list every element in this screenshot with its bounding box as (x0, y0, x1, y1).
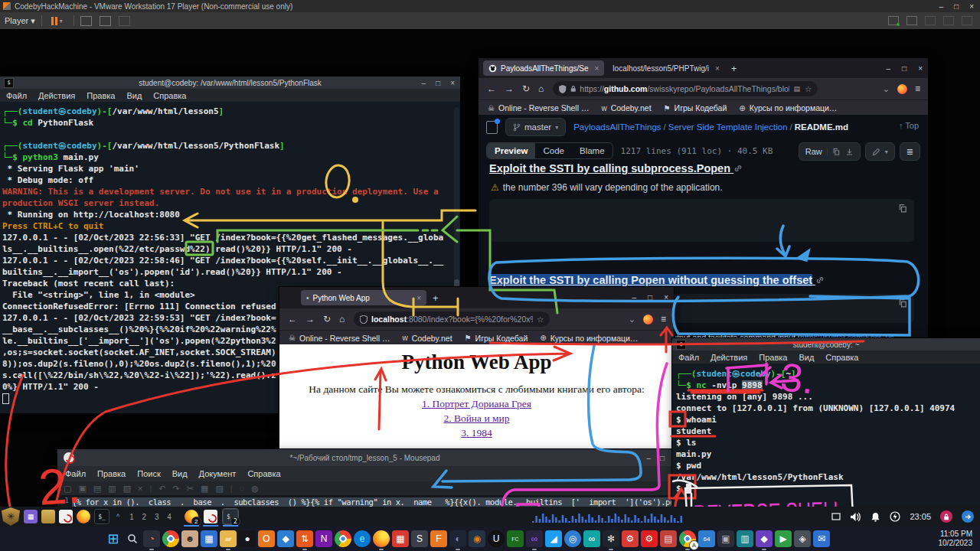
orange-ring-app[interactable]: O (258, 530, 275, 547)
fc-app[interactable]: FC (507, 530, 524, 547)
tab-close-icon[interactable]: × (595, 64, 599, 73)
reload-icon[interactable]: ↻ (522, 83, 530, 94)
url-bar[interactable]: https://github.com/swisskyrepo/PayloadsA… (553, 81, 818, 96)
firefox1-maximize-button[interactable]: □ (902, 64, 906, 73)
replace-icon[interactable]: ◍ (251, 484, 259, 494)
vmware-close-button[interactable]: × (969, 2, 974, 11)
tab-close-icon[interactable]: × (416, 294, 421, 302)
visual-studio[interactable]: ∞ (526, 530, 543, 547)
menu-icon[interactable]: ≡ (661, 314, 666, 324)
edge[interactable]: e (354, 530, 371, 547)
suspend-button[interactable] (51, 17, 57, 25)
url-bar[interactable]: localhost:8080/index?book={%%20for%20x% … (354, 311, 550, 327)
app-menu-icon[interactable]: ▦ (24, 510, 38, 523)
gear-red-app-2[interactable]: ⚙ (641, 530, 658, 547)
view-tab-blame[interactable]: Blame (572, 143, 612, 158)
file-explorer[interactable]: ▰ (220, 530, 237, 547)
bookmark-item[interactable]: wCodeby.net (402, 334, 452, 343)
firefox-account-icon[interactable] (643, 315, 653, 324)
copy-icon[interactable] (898, 204, 908, 214)
mousepad-minimize-button[interactable]: – (646, 454, 651, 462)
calendar-app[interactable]: ▦ (201, 530, 217, 547)
blender[interactable]: ◉ (469, 530, 485, 547)
vm-device-net-icon[interactable] (925, 16, 936, 25)
terminal2-menu-item[interactable]: Действия (710, 353, 747, 362)
terminal1-menu-item[interactable]: Вид (126, 91, 142, 100)
terminal1-menu-item[interactable]: Правка (87, 91, 115, 100)
book-link-1[interactable]: 1. Портрет Дориана Грея (279, 398, 674, 410)
reader-view-icon[interactable]: ▤ (793, 85, 800, 93)
bookmark-item[interactable]: ☠Online - Reverse Shell … (289, 334, 390, 343)
speaker-icon[interactable] (850, 512, 861, 522)
code-block-subprocess[interactable]: {{''.__class__.mro()[1].__subclasses__()… (489, 199, 914, 242)
firefox1-minimize-button[interactable]: – (887, 64, 891, 73)
purple-app[interactable]: ◆ (756, 530, 773, 547)
webapp-close-button[interactable]: × (664, 293, 668, 302)
mousepad-menu-item[interactable]: Документ (199, 469, 237, 478)
book-link-2[interactable]: 2. Война и мир (279, 412, 674, 425)
window-restore-icon[interactable] (831, 513, 841, 520)
bookmark-item[interactable]: ⚑Игры Кодебай (664, 103, 727, 112)
swap-arrows-app[interactable]: ⇅ (296, 530, 313, 547)
breadcrumb-repo[interactable]: PayloadsAllTheThings (573, 122, 661, 132)
fullscreen-icon[interactable] (100, 16, 111, 26)
red-grid-app[interactable]: ▦ (392, 530, 409, 547)
chrome[interactable] (335, 530, 351, 547)
vscode[interactable]: ◢ (545, 530, 562, 547)
top-link[interactable]: ↑ Top (899, 121, 919, 130)
red-card-app[interactable]: ▤ (660, 530, 677, 547)
mousepad-menu-item[interactable]: Вид (172, 469, 188, 478)
terminal1-minimize-button[interactable]: – (422, 79, 426, 87)
player-menu[interactable]: Player ▾ (5, 16, 35, 26)
vm-device-cd-icon[interactable] (906, 16, 917, 25)
view-tab-code[interactable]: Code (535, 143, 572, 158)
link-icon[interactable] (815, 276, 825, 285)
search-icon[interactable] (124, 530, 141, 547)
ctrl-alt-del-icon[interactable] (80, 16, 92, 26)
webapp-minimize-button[interactable]: – (632, 293, 637, 302)
open-file-icon[interactable]: ▣ (78, 484, 86, 494)
mousepad-open-window[interactable] (204, 510, 217, 523)
link-icon[interactable] (733, 164, 743, 173)
tab-payloadsallthethings[interactable]: PayloadsAllTheThings/Se× (483, 60, 604, 76)
terminal1-menu-item[interactable]: Справка (153, 91, 186, 100)
f-book-app[interactable]: F (430, 530, 447, 547)
show-more-chevron[interactable]: ^ (116, 513, 119, 520)
start-button[interactable]: ⊞ (105, 530, 122, 547)
power-manager-icon[interactable] (890, 511, 900, 522)
edit-button[interactable]: ▾ (865, 142, 895, 161)
copy-icon[interactable] (832, 148, 841, 156)
terminal-open-window[interactable]: $_2 (223, 509, 238, 524)
workspace-pager[interactable]: 1 2 3 4 (129, 513, 175, 521)
reload-icon[interactable]: ↻ (323, 314, 331, 324)
terminal2-menu-item[interactable]: Файл (678, 353, 699, 362)
firefox-launcher-icon[interactable] (77, 510, 90, 523)
twitter-link[interactable]: https://twitter.com/SecGus (800, 333, 894, 338)
back-icon[interactable]: ← (288, 314, 297, 324)
vmware-app[interactable]: ◆ (277, 530, 294, 547)
firefox1-close-button[interactable]: × (918, 64, 923, 73)
contact-app[interactable]: ☻ (181, 530, 198, 547)
mousepad-launcher-icon[interactable] (59, 510, 73, 523)
mousepad-maximize-button[interactable]: □ (660, 454, 665, 462)
raw-button[interactable]: Raw (799, 142, 861, 161)
breadcrumb-folder[interactable]: Server Side Template Injection (668, 122, 788, 132)
windows-clock[interactable]: 11:05 PM 10/2/2023 (939, 530, 973, 548)
outline-button[interactable]: ≣ (900, 142, 920, 161)
mousepad-menu-item[interactable]: Поиск (137, 469, 160, 478)
bookmark-star-icon[interactable]: ☆ (537, 315, 544, 324)
close-file-icon[interactable]: × (138, 484, 142, 493)
book-link-3[interactable]: 3. 1984 (279, 427, 674, 439)
terminal1-titlebar[interactable]: $ student@codeby: /var/www/html/lesson5/… (0, 77, 460, 89)
vm-device-disk-icon[interactable] (888, 16, 899, 25)
distro-logo-icon[interactable]: ✳ (2, 507, 20, 526)
mousepad-menu-item[interactable]: Правка (97, 469, 126, 478)
mousepad-titlebar[interactable]: *~/Рабочий стол/tmp_lesson_5 - Mousepad … (57, 449, 672, 466)
firefox-account-icon[interactable] (897, 84, 907, 94)
bookmark-item[interactable]: ☠Online - Reverse Shell … (488, 103, 589, 112)
vmware-minimize-button[interactable]: – (939, 2, 944, 11)
view-tab-preview[interactable]: Preview (487, 143, 535, 158)
bookmark-item[interactable]: ⊕Курсы по информаци… (540, 334, 638, 343)
color-wheel-app[interactable] (162, 530, 179, 547)
gauge-app[interactable]: ◔ (143, 530, 160, 547)
